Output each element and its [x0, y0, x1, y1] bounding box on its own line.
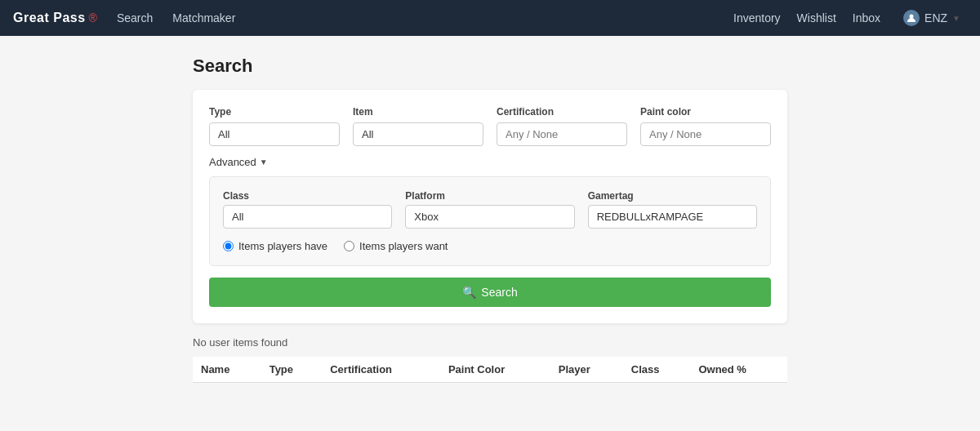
navbar: Great Pass ® Search Matchmaker Inventory…	[0, 0, 980, 36]
item-input[interactable]	[353, 122, 483, 146]
radio-option-want[interactable]: Items players want	[344, 240, 448, 252]
platform-label: Platform	[405, 190, 574, 202]
gamertag-label: Gamertag	[588, 190, 757, 202]
results-table: Name Type Certification Paint Color Play…	[193, 357, 787, 383]
advanced-group-gamertag: Gamertag	[588, 190, 757, 229]
advanced-section: Class Platform Gamertag Items players ha…	[209, 176, 771, 266]
search-card: Type Item Certification Paint color Adva…	[193, 90, 787, 323]
paint-color-input[interactable]	[640, 122, 771, 146]
platform-input[interactable]	[405, 205, 574, 229]
advanced-toggle[interactable]: Advanced ▼	[209, 156, 771, 168]
nav-wishlist[interactable]: Wishlist	[797, 11, 836, 24]
main-content: Search Type Item Certification Paint col…	[0, 36, 980, 402]
filter-group-paint-color: Paint color	[640, 106, 771, 146]
paint-color-label: Paint color	[640, 106, 771, 118]
nav-left: Great Pass ® Search Matchmaker	[13, 11, 235, 25]
table-header: Name Type Certification Paint Color Play…	[193, 357, 787, 383]
type-label: Type	[209, 106, 340, 118]
col-player: Player	[550, 357, 623, 383]
col-paint-color: Paint Color	[440, 357, 550, 383]
gamertag-input[interactable]	[588, 205, 757, 229]
search-button[interactable]: 🔍 Search	[209, 278, 771, 307]
nav-link-matchmaker[interactable]: Matchmaker	[172, 11, 235, 24]
search-button-label: Search	[481, 286, 517, 299]
advanced-label: Advanced	[209, 156, 256, 168]
page-title: Search	[193, 56, 787, 77]
radio-have-input[interactable]	[223, 241, 234, 251]
user-menu[interactable]: ENZ ▼	[897, 7, 967, 29]
nav-right: Inventory Wishlist Inbox ENZ ▼	[733, 7, 967, 29]
svg-point-0	[910, 15, 914, 19]
type-input[interactable]	[209, 122, 340, 146]
brand-icon: ®	[89, 11, 97, 24]
filter-group-certification: Certification	[497, 106, 627, 146]
user-chevron-icon: ▼	[952, 14, 960, 23]
user-avatar	[903, 10, 920, 26]
certification-input[interactable]	[497, 122, 627, 146]
col-owned: Owned %	[690, 357, 787, 383]
certification-label: Certification	[497, 106, 627, 118]
col-class: Class	[623, 357, 691, 383]
radio-want-label: Items players want	[359, 240, 448, 252]
advanced-chevron-icon: ▼	[260, 158, 268, 167]
radio-row: Items players have Items players want	[223, 240, 757, 252]
radio-option-have[interactable]: Items players have	[223, 240, 327, 252]
class-label: Class	[223, 190, 392, 202]
advanced-row: Class Platform Gamertag	[223, 190, 757, 229]
nav-inbox[interactable]: Inbox	[853, 11, 880, 24]
filter-group-type: Type	[209, 106, 340, 146]
search-icon: 🔍	[462, 286, 476, 299]
radio-want-input[interactable]	[344, 241, 354, 251]
advanced-group-platform: Platform	[405, 190, 574, 229]
filter-group-item: Item	[353, 106, 483, 146]
results-section: No user items found Name Type Certificat…	[193, 336, 787, 383]
brand-name: Great Pass	[13, 11, 86, 25]
col-type: Type	[261, 357, 323, 383]
advanced-group-class: Class	[223, 190, 392, 229]
item-label: Item	[353, 106, 483, 118]
user-label: ENZ	[924, 11, 947, 24]
col-certification: Certification	[322, 357, 440, 383]
logo[interactable]: Great Pass ®	[13, 11, 97, 25]
class-input[interactable]	[223, 205, 392, 229]
no-results-message: No user items found	[193, 336, 787, 349]
col-name: Name	[193, 357, 261, 383]
radio-have-label: Items players have	[238, 240, 327, 252]
nav-link-search[interactable]: Search	[117, 11, 153, 24]
nav-inventory[interactable]: Inventory	[733, 11, 781, 24]
filter-row-top: Type Item Certification Paint color	[209, 106, 771, 146]
table-header-row: Name Type Certification Paint Color Play…	[193, 357, 787, 383]
